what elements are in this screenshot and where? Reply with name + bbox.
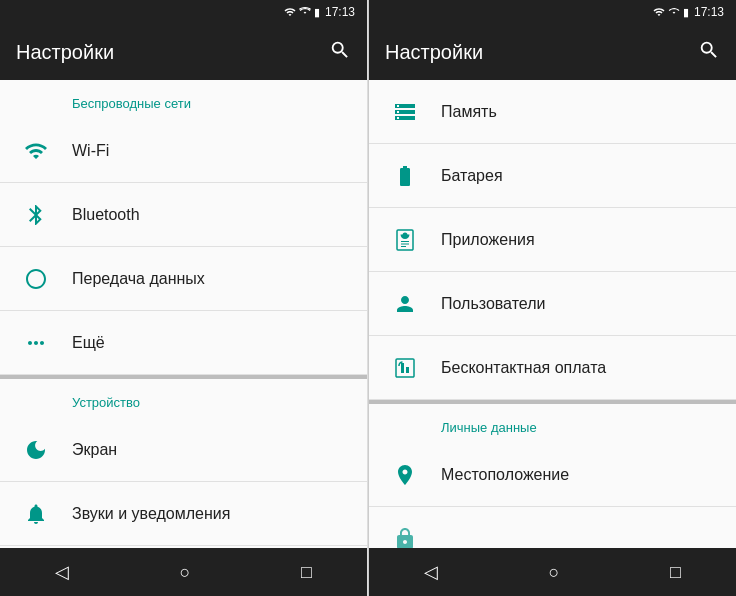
search-icon-right	[698, 39, 720, 61]
sidebar-item-wifi[interactable]: Wi-Fi	[0, 119, 367, 183]
status-bar-right: ▮ 17:13	[369, 0, 736, 24]
section-header-personal: Личные данные	[369, 404, 736, 443]
section-header-device: Устройство	[0, 379, 367, 418]
time-right: 17:13	[694, 5, 724, 19]
time-left: 17:13	[325, 5, 355, 19]
sidebar-item-location[interactable]: Местоположение	[369, 443, 736, 507]
sidebar-item-storage[interactable]: Память	[369, 80, 736, 144]
left-panel: ▮ 17:13 Настройки Беспроводные сети Wi-F…	[0, 0, 368, 596]
search-button-right[interactable]	[698, 39, 720, 66]
back-button-left[interactable]: ◁	[35, 553, 89, 591]
users-icon	[385, 284, 425, 324]
nfc-label: Бесконтактная оплата	[441, 359, 606, 377]
search-button-left[interactable]	[329, 39, 351, 66]
app-bar-right: Настройки	[369, 24, 736, 80]
app-bar-left: Настройки	[0, 24, 367, 80]
network-icon-right	[668, 6, 680, 18]
sound-label: Звуки и уведомления	[72, 505, 230, 523]
network-icon	[299, 6, 311, 18]
status-icons-left: ▮ 17:13	[284, 5, 355, 19]
right-panel: ▮ 17:13 Настройки Память Батарея	[368, 0, 736, 596]
sidebar-item-nfc[interactable]: Бесконтактная оплата	[369, 336, 736, 400]
sidebar-item-partial[interactable]	[369, 507, 736, 548]
data-label: Передача данных	[72, 270, 205, 288]
partial-icon	[385, 519, 425, 548]
home-button-right[interactable]: ○	[529, 554, 580, 591]
recents-button-right[interactable]: □	[650, 554, 701, 591]
sidebar-item-bluetooth[interactable]: Bluetooth	[0, 183, 367, 247]
sidebar-item-apps[interactable]: Приложения	[369, 208, 736, 272]
bottom-nav-right: ◁ ○ □	[369, 548, 736, 596]
bluetooth-label: Bluetooth	[72, 206, 140, 224]
sidebar-item-battery[interactable]: Батарея	[369, 144, 736, 208]
more-label: Ещё	[72, 334, 105, 352]
battery-settings-icon	[385, 156, 425, 196]
wifi-label: Wi-Fi	[72, 142, 109, 160]
wifi-icon	[16, 131, 56, 171]
signal-icon-right	[653, 6, 665, 18]
sidebar-item-users[interactable]: Пользователи	[369, 272, 736, 336]
sound-icon	[16, 494, 56, 534]
signal-icon	[284, 6, 296, 18]
status-bar-left: ▮ 17:13	[0, 0, 367, 24]
battery-label: Батарея	[441, 167, 503, 185]
battery-icon: ▮	[314, 6, 320, 19]
svg-point-1	[403, 232, 408, 237]
app-title-right: Настройки	[385, 41, 483, 64]
home-button-left[interactable]: ○	[160, 554, 211, 591]
settings-list-right: Память Батарея Приложения Пользователи	[369, 80, 736, 548]
battery-icon-right: ▮	[683, 6, 689, 19]
apps-icon	[385, 220, 425, 260]
data-icon	[16, 259, 56, 299]
location-icon	[385, 455, 425, 495]
apps-label: Приложения	[441, 231, 535, 249]
recents-button-left[interactable]: □	[281, 554, 332, 591]
sidebar-item-more[interactable]: Ещё	[0, 311, 367, 375]
svg-rect-2	[396, 359, 414, 377]
display-icon	[16, 430, 56, 470]
storage-icon	[385, 92, 425, 132]
nfc-icon	[385, 348, 425, 388]
more-icon	[16, 323, 56, 363]
settings-list-left: Беспроводные сети Wi-Fi Bluetooth Переда…	[0, 80, 367, 548]
users-label: Пользователи	[441, 295, 545, 313]
status-icons-right: ▮ 17:13	[653, 5, 724, 19]
storage-label: Память	[441, 103, 497, 121]
location-label: Местоположение	[441, 466, 569, 484]
search-icon-left	[329, 39, 351, 61]
bluetooth-icon	[16, 195, 56, 235]
bottom-nav-left: ◁ ○ □	[0, 548, 367, 596]
app-title-left: Настройки	[16, 41, 114, 64]
back-button-right[interactable]: ◁	[404, 553, 458, 591]
section-header-wireless: Беспроводные сети	[0, 80, 367, 119]
sidebar-item-data[interactable]: Передача данных	[0, 247, 367, 311]
sidebar-item-sound[interactable]: Звуки и уведомления	[0, 482, 367, 546]
display-label: Экран	[72, 441, 117, 459]
sidebar-item-display[interactable]: Экран	[0, 418, 367, 482]
